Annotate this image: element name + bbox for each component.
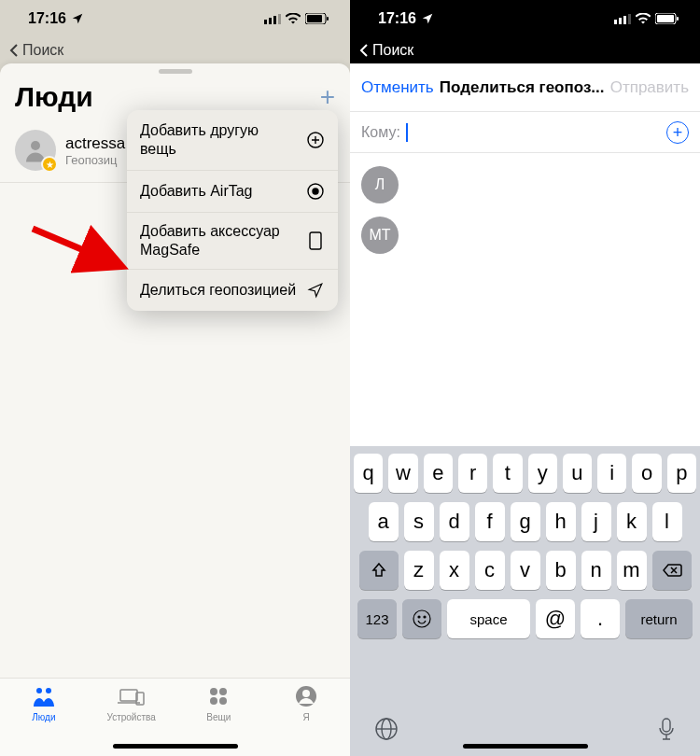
phone-icon — [306, 231, 325, 250]
airtag-icon — [306, 183, 325, 200]
key-l[interactable]: l — [652, 502, 682, 541]
key-e[interactable]: e — [424, 454, 453, 493]
key-g[interactable]: g — [511, 502, 540, 541]
key-t[interactable]: t — [493, 454, 522, 493]
key-q[interactable]: q — [354, 454, 383, 493]
plus-circle-icon — [306, 132, 325, 148]
svg-line-26 — [33, 229, 117, 264]
key-k[interactable]: k — [617, 502, 647, 541]
send-button[interactable]: Отправить — [610, 78, 689, 97]
annotation-arrow — [28, 219, 131, 275]
menu-item-label: Добавить аксессуар MagSafe — [140, 222, 299, 259]
svg-rect-2 — [273, 16, 276, 24]
return-key[interactable]: return — [625, 599, 693, 638]
status-time: 17:16 — [378, 10, 416, 27]
key-i[interactable]: i — [597, 454, 626, 493]
key-p[interactable]: p — [667, 454, 696, 493]
menu-add-magsafe[interactable]: Добавить аксессуар MagSafe — [127, 213, 338, 270]
key-d[interactable]: d — [440, 502, 469, 541]
key-z[interactable]: z — [404, 551, 434, 590]
key-a[interactable]: a — [369, 502, 399, 541]
devices-icon — [118, 684, 146, 708]
key-o[interactable]: o — [632, 454, 661, 493]
modal-header: Отменить Поделиться геопоз... Отправить — [350, 63, 700, 112]
svg-point-9 — [46, 688, 51, 693]
svg-point-36 — [413, 610, 430, 627]
backspace-key[interactable] — [652, 551, 692, 590]
status-icons — [614, 13, 679, 24]
tab-people-label: Люди — [32, 712, 55, 722]
status-time: 17:16 — [28, 10, 66, 27]
status-bar: 17:16 — [0, 0, 350, 37]
svg-rect-33 — [677, 17, 679, 21]
svg-rect-32 — [657, 15, 674, 22]
contact-bubble[interactable]: Л — [361, 166, 399, 203]
people-icon — [31, 684, 57, 708]
svg-point-14 — [219, 688, 227, 695]
mic-icon[interactable] — [657, 717, 676, 741]
home-indicator[interactable] — [463, 744, 588, 749]
shift-key[interactable] — [359, 551, 399, 590]
svg-point-18 — [302, 690, 310, 697]
add-contact-button[interactable]: + — [666, 121, 689, 144]
contact-bubble[interactable]: МТ — [361, 217, 399, 254]
svg-rect-24 — [310, 232, 321, 249]
key-m[interactable]: m — [617, 551, 647, 590]
key-n[interactable]: n — [581, 551, 611, 590]
key-f[interactable]: f — [475, 502, 505, 541]
menu-item-label: Добавить AirTag — [140, 182, 253, 201]
menu-item-label: Делиться геопозицией — [140, 281, 296, 300]
emoji-key[interactable] — [402, 599, 441, 638]
home-indicator[interactable] — [113, 744, 238, 749]
back-search-label: Поиск — [372, 42, 413, 59]
back-search-label: Поиск — [22, 42, 63, 59]
key-b[interactable]: b — [546, 551, 576, 590]
to-field-row[interactable]: Кому: + — [350, 112, 700, 153]
key-y[interactable]: y — [528, 454, 557, 493]
svg-point-15 — [210, 697, 217, 705]
globe-icon[interactable] — [374, 717, 399, 741]
to-label: Кому: — [361, 124, 400, 141]
svg-point-8 — [36, 688, 42, 693]
location-arrow-icon — [306, 282, 325, 299]
tab-people[interactable]: Люди — [0, 684, 88, 756]
key-r[interactable]: r — [458, 454, 487, 493]
add-button[interactable]: + — [320, 82, 335, 112]
menu-item-label: Добавить другую вещь — [140, 121, 299, 159]
key-j[interactable]: j — [581, 502, 611, 541]
contacts-list: Л МТ — [350, 153, 700, 267]
space-key[interactable]: space — [447, 599, 530, 638]
back-search-row[interactable]: Поиск — [350, 37, 700, 63]
key-x[interactable]: x — [440, 551, 469, 590]
text-cursor — [406, 123, 408, 142]
svg-rect-29 — [623, 16, 626, 24]
key-c[interactable]: c — [475, 551, 505, 590]
at-key[interactable]: @ — [536, 599, 575, 638]
svg-rect-27 — [614, 20, 617, 24]
tab-items-label: Вещи — [206, 712, 231, 722]
tab-me[interactable]: Я — [262, 684, 350, 756]
numbers-key[interactable]: 123 — [357, 599, 397, 638]
dot-key[interactable]: . — [581, 599, 620, 638]
location-arrow-icon — [421, 12, 434, 25]
menu-add-item[interactable]: Добавить другую вещь — [127, 110, 338, 171]
person-sub: Геопозиц — [65, 153, 125, 167]
key-s[interactable]: s — [404, 502, 434, 541]
modal-title: Поделиться геопоз... — [440, 78, 605, 97]
back-search-row[interactable]: Поиск — [0, 37, 350, 63]
phone-left: 17:16 Поиск Люди + ★ — [0, 0, 350, 756]
svg-rect-6 — [327, 17, 329, 21]
key-h[interactable]: h — [546, 502, 576, 541]
status-icons — [264, 13, 329, 24]
key-v[interactable]: v — [511, 551, 540, 590]
svg-point-23 — [313, 189, 318, 194]
menu-add-airtag[interactable]: Добавить AirTag — [127, 171, 338, 213]
svg-rect-5 — [307, 15, 322, 22]
key-w[interactable]: w — [388, 454, 417, 493]
svg-rect-1 — [269, 18, 272, 24]
key-u[interactable]: u — [563, 454, 592, 493]
location-arrow-icon — [71, 12, 84, 25]
menu-share-location[interactable]: Делиться геопозицией — [127, 270, 338, 311]
cancel-button[interactable]: Отменить — [361, 78, 434, 97]
add-menu-popover: Добавить другую вещь Добавить AirTag Доб… — [127, 110, 338, 311]
